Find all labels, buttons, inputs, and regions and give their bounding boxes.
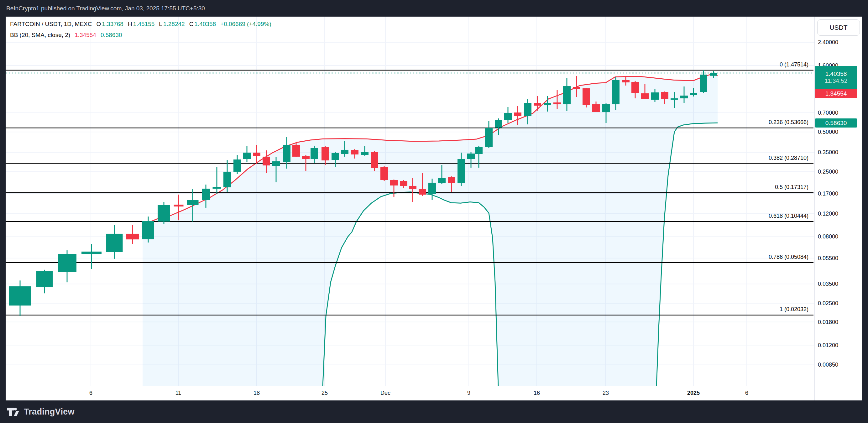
candle (213, 167, 221, 194)
price-tick-label: 0.35000 (818, 149, 838, 156)
time-tick-label: 9 (467, 389, 470, 397)
fib-level-label: 0.618 (0.10444) (769, 213, 808, 219)
candle-body (283, 145, 290, 162)
badge-price: 0.58630 (815, 120, 857, 127)
price-tick-label: 0.00850 (818, 361, 838, 368)
candle (583, 88, 590, 108)
candle-body (58, 254, 76, 272)
candle-body (680, 96, 688, 98)
price-tick-label: 0.08000 (818, 233, 838, 240)
bb-fill-area (143, 74, 718, 390)
candle-body (361, 152, 369, 155)
candle-body (438, 178, 445, 183)
candle (36, 270, 53, 293)
candle-body (485, 128, 493, 147)
candle-body (514, 113, 521, 116)
candle-body (174, 205, 184, 207)
candle-body (243, 153, 251, 159)
candle-body (700, 74, 707, 92)
price-tick-label: 0.01800 (818, 319, 838, 326)
ohlc-low: L1.28242 (159, 21, 185, 28)
candle (126, 225, 139, 244)
tradingview-logo-icon[interactable] (7, 407, 20, 416)
footer-bar: TradingView (0, 400, 868, 423)
candle-body (641, 93, 649, 99)
candle (380, 166, 388, 181)
fib-level-label: 1 (0.02032) (780, 306, 808, 313)
candle-body (504, 113, 512, 120)
badge-price: 1.40358 (815, 70, 857, 78)
time-tick-label: 18 (253, 389, 260, 397)
pane-group (6, 17, 814, 390)
candle-body (710, 73, 717, 76)
candle-body (158, 205, 170, 221)
candle-body (351, 150, 359, 154)
price-tick-label: 0.70000 (818, 109, 838, 116)
time-tick-label: 23 (602, 389, 609, 397)
brand-text: TradingView (24, 407, 74, 417)
candle-body (475, 147, 483, 154)
time-tick-label: 16 (534, 389, 540, 397)
fib-level-label: 0.5 (0.17317) (775, 184, 808, 190)
candle-body (371, 152, 378, 168)
fib-level-label: 0.786 (0.05084) (769, 254, 808, 261)
candle-body (602, 104, 610, 112)
time-tick-label: 6 (89, 389, 92, 397)
candle-body (544, 103, 551, 105)
price-tick-label: 0.01200 (818, 342, 838, 349)
symbol-legend[interactable]: FARTCOIN / USDT, 1D, MEXC O1.33768 H1.45… (10, 21, 271, 28)
candle (243, 146, 251, 162)
candle-body (142, 221, 154, 239)
candle-body (467, 154, 475, 159)
fib-level-label: 0.382 (0.28710) (769, 155, 808, 161)
candle-body (583, 88, 590, 105)
candle-body (234, 159, 241, 172)
candle-body (82, 251, 101, 254)
time-tick-label: 2025 (687, 389, 700, 397)
candle-body (612, 80, 620, 104)
chart-pane[interactable] (0, 0, 868, 423)
candle-body (622, 80, 629, 82)
candle-body (524, 103, 531, 116)
price-scale-separator (814, 17, 815, 400)
price-badge: 1.34554 (815, 89, 857, 98)
currency-label: USDT (830, 24, 847, 31)
candle (9, 280, 31, 316)
candle-body (253, 153, 260, 156)
candle (223, 160, 231, 192)
price-badge: 1.4035811:34:52 (815, 66, 857, 89)
time-tick-label: 11 (176, 389, 181, 397)
fib-level-label: 0 (1.47514) (780, 61, 808, 68)
price-tick-label: 0.02500 (818, 300, 838, 307)
indicator-title: BB (20, SMA, close, 2) (10, 32, 70, 38)
candle-body (573, 87, 580, 89)
candle-body (553, 102, 561, 104)
candle (700, 70, 707, 93)
candle-body (661, 92, 669, 99)
indicator-legend[interactable]: BB (20, SMA, close, 2) 1.34554 0.58630 (10, 32, 122, 38)
candle-body (36, 271, 53, 287)
candle-body (126, 234, 139, 239)
candle (82, 244, 101, 269)
ohlc-open: O1.33768 (96, 21, 123, 28)
page: { "top_bar": {"text": "BeInCrypto1 publi… (0, 0, 868, 423)
candle-body (223, 172, 231, 187)
candle-body (428, 183, 436, 194)
bb-upper-value: 1.34554 (74, 32, 96, 38)
candle-body (332, 153, 339, 160)
price-tick-label: 0.12000 (818, 210, 838, 217)
badge-price: 1.34554 (815, 90, 857, 97)
candle-body (321, 147, 329, 160)
candle-body (448, 177, 455, 183)
candle-body (106, 234, 123, 252)
candle-body (9, 286, 31, 305)
candle (158, 202, 170, 224)
candle (106, 225, 123, 259)
change-value: +0.06669 (+4.99%) (220, 21, 271, 28)
candle-body (631, 82, 639, 93)
time-tick-label: 25 (321, 389, 328, 397)
candle-body (534, 103, 541, 105)
currency-toggle-button[interactable]: USDT (817, 20, 860, 36)
ohlc-high: H1.45155 (128, 21, 154, 28)
candle-body (380, 167, 388, 180)
